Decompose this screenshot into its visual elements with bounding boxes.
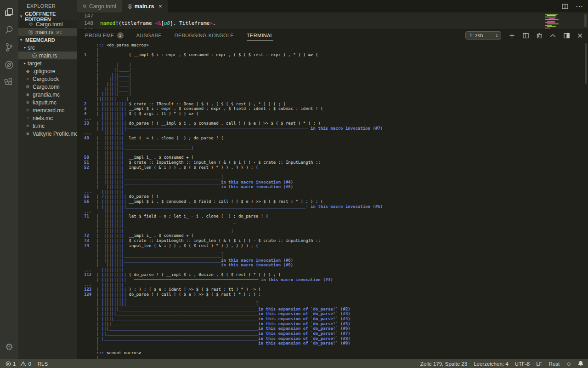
close-icon[interactable]: × [158, 3, 162, 10]
split-editor-icon[interactable] [562, 3, 568, 10]
terminal-output[interactable]: ::: <do_parse macros>|1| ( __impl $ i : … [77, 41, 588, 359]
notifications-bell-icon[interactable] [578, 361, 583, 367]
code-text [93, 12, 100, 20]
terminal-text [126, 297, 256, 302]
cursor-position[interactable]: Zeile 179, Spalte 23 [420, 361, 467, 367]
minimap-line [548, 18, 555, 19]
terminal-text: do_parse ! ( [129, 194, 159, 199]
tree-file[interactable]: ≡kaputt.mc [18, 98, 77, 106]
panel-tab-terminal[interactable]: TERMINAL [247, 33, 273, 40]
terminal-text: | [96, 356, 99, 359]
split-terminal-icon[interactable] [523, 33, 529, 39]
terminal-line: | ||||____| [84, 77, 588, 82]
debug-icon[interactable] [0, 56, 18, 74]
terminal-text: _ [256, 297, 258, 302]
folder-section-header[interactable]: ▾ MEEMCARD [18, 36, 77, 44]
minimap-line [545, 28, 550, 29]
panel-tab-probleme[interactable]: PROBLEME1 [85, 32, 124, 39]
tree-file[interactable]: ◆.gitignore [18, 67, 77, 75]
tab-Cargo.toml[interactable]: ⚙Cargo.toml [77, 0, 122, 12]
terminal-text: _______________________________________ [124, 175, 221, 179]
terminal-text: _ [233, 219, 236, 224]
terminal-gutter: ... [84, 268, 96, 273]
terminal-text [124, 238, 129, 243]
terminal-text: | ||||| [96, 316, 114, 321]
terminal-scrollbar[interactable] [585, 43, 587, 84]
tree-file[interactable]: ≡niels.mc [18, 114, 77, 122]
problems-status[interactable]: 1 0 [6, 361, 31, 367]
terminal-text: | |||||||| [96, 238, 124, 243]
terminal-text: ________________________________________… [114, 316, 258, 321]
terminal-text: do_parse ! ( __impl $ i , $ consumed , c… [129, 121, 321, 126]
code-editor[interactable]: 147148named!(titleframe <&[u8], Titlefra… [77, 12, 588, 29]
tree-file[interactable]: Rmain.rs [18, 52, 77, 59]
close-panel-icon[interactable] [577, 33, 582, 38]
terminal-line: ... |||||||| [84, 209, 588, 214]
settings-gear-icon[interactable]: ⚙ [0, 339, 18, 355]
terminal-shell-select[interactable]: 1: zsh ▲▼ [465, 31, 501, 40]
panel-position-icon[interactable] [564, 33, 570, 39]
panel-tab-ausgabe[interactable]: AUSGABE [136, 33, 162, 38]
tree-file[interactable]: ⚙Cargo.toml [18, 83, 77, 91]
terminal-line: | ||||||||______________________________… [84, 229, 588, 234]
terminal-line: 51| |||||||| $ crate :: InputLength :: i… [84, 160, 588, 165]
encoding[interactable]: UTF-8 [515, 361, 530, 367]
terminal-text: | |||||||| [96, 155, 124, 160]
terminal-text: _ [221, 170, 223, 174]
tree-file[interactable]: ≡Cargo.lock [18, 75, 77, 83]
terminal-text: $ crate :: IResult :: Done ( $ i , ( $ (… [129, 102, 286, 106]
open-editors-header[interactable]: ▾ GEÖFFNETE EDITOREN [18, 12, 77, 20]
new-terminal-icon[interactable] [509, 33, 515, 39]
kill-terminal-icon[interactable] [537, 33, 542, 39]
terminal-text: _______________________________________ [124, 258, 221, 263]
terminal-text [124, 136, 129, 140]
terminal-line: | [84, 48, 588, 53]
terminal-text [96, 190, 102, 194]
terminal-text: | || [96, 331, 107, 336]
rls-status[interactable]: RLS [38, 361, 48, 367]
eol[interactable]: LF [536, 361, 542, 367]
tree-folder[interactable]: ▸target [18, 59, 77, 67]
terminal-text: |||||||| [104, 131, 124, 135]
terminal-text [99, 58, 129, 62]
tree-file[interactable]: ≡tr.mc [18, 122, 77, 130]
minimap[interactable] [544, 14, 573, 29]
token: u8 [164, 20, 170, 26]
language-mode[interactable]: Rust [549, 361, 560, 367]
terminal-text [124, 165, 129, 170]
extensions-icon[interactable] [0, 74, 18, 91]
tab-label: main.rs [135, 3, 154, 10]
panel-tab-debugging-konsole[interactable]: DEBUGGING-KONSOLE [175, 33, 234, 38]
source-control-icon[interactable] [0, 39, 18, 56]
terminal-line: | ||____| [84, 67, 588, 72]
minimap-line [547, 15, 556, 16]
editor-scrollbar[interactable] [584, 14, 587, 27]
indentation[interactable]: Leerzeichen: 4 [474, 361, 508, 367]
more-actions-icon[interactable]: ⋯ [576, 2, 583, 11]
terminal-text: ||||||||| [102, 116, 124, 121]
tree-folder[interactable]: ▾src [18, 44, 77, 52]
terminal-text: ________________________________________… [107, 331, 259, 336]
maximize-panel-icon[interactable] [550, 34, 556, 38]
search-icon[interactable] [0, 21, 18, 39]
file-label: niels.mc [33, 115, 53, 121]
feedback-smiley-icon[interactable]: ☺ [566, 361, 571, 367]
editor-line: 148named!(titleframe <&[u8], Titleframe>… [77, 20, 588, 27]
tree-file[interactable]: ≡grandia.mc [18, 91, 77, 98]
terminal-text [99, 52, 129, 57]
tab-main.rs[interactable]: Rmain.rs× [122, 0, 168, 12]
files-icon[interactable] [0, 4, 18, 21]
terminal-line: | ||||||| in this macro invocation (#9) [84, 263, 588, 268]
terminal-text [99, 67, 114, 72]
terminal-text: | |||||||||| [96, 272, 126, 277]
terminal-text: ________________________________________… [112, 322, 259, 326]
terminal-text [96, 268, 102, 272]
terminal-line: | |||||||____| [84, 92, 588, 97]
terminal-gutter: 112 [84, 272, 96, 277]
tree-file[interactable]: ≡memcard.mc [18, 106, 77, 114]
terminal-line: 49| |||||||| let i_ = i . clone ( ) ; do… [84, 136, 588, 141]
tree-file[interactable]: ≡Valkyrie Profile.mc [18, 130, 77, 138]
open-editor-item[interactable]: Rmain.rssrc [18, 28, 77, 36]
terminal-text: $ ( $ args : tt ) * ) ) => ( [129, 111, 199, 116]
terminal-line: | |____| [84, 63, 588, 68]
